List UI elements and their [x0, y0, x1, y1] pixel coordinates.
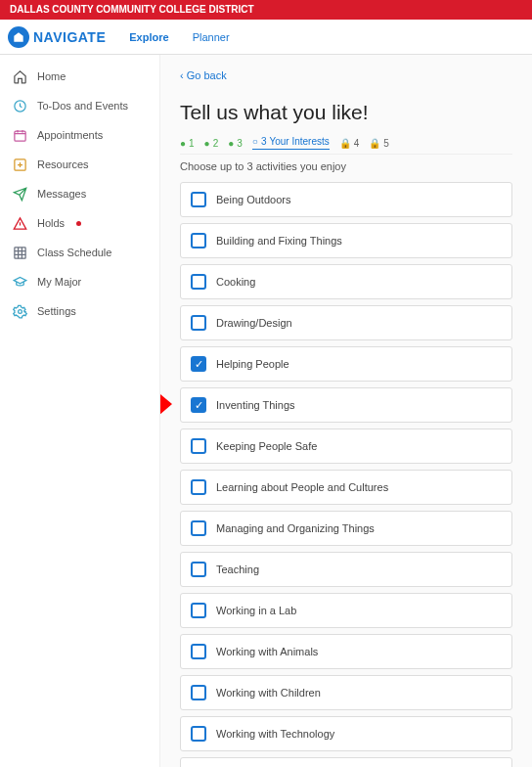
checkbox-checked[interactable]	[191, 397, 206, 413]
sidebar-item-resources[interactable]: Resources	[0, 151, 159, 178]
step-5: 🔒5	[369, 138, 389, 149]
sidebar: Home To-Dos and Events Appointments Reso…	[0, 55, 160, 767]
lock-icon: 🔒	[369, 138, 380, 149]
checkbox[interactable]	[191, 562, 206, 577]
annotation-arrow-left	[160, 378, 172, 433]
checkbox[interactable]	[191, 438, 206, 454]
check-icon: ●	[180, 138, 186, 149]
option-label: Teaching	[216, 564, 259, 575]
check-icon: ●	[228, 138, 234, 149]
svg-point-4	[18, 309, 22, 313]
page-title: Tell us what you like!	[180, 101, 512, 124]
tab-explore[interactable]: Explore	[129, 31, 168, 43]
svg-marker-5	[160, 378, 172, 430]
circle-icon: ○	[252, 136, 258, 147]
lock-icon: 🔒	[339, 138, 351, 149]
checkbox[interactable]	[191, 520, 206, 536]
sidebar-item-home[interactable]: Home	[0, 63, 159, 90]
app-tabs: Explore Planner	[129, 31, 229, 43]
options-list: Being Outdoors Building and Fixing Thing…	[180, 182, 512, 767]
checkbox[interactable]	[191, 192, 206, 207]
sidebar-label: Settings	[37, 305, 76, 317]
checkbox[interactable]	[191, 603, 206, 618]
home-icon	[12, 68, 27, 84]
option-label: Being Outdoors	[216, 194, 290, 205]
sidebar-item-my-major[interactable]: My Major	[0, 268, 159, 295]
option-learning-cultures[interactable]: Learning about People and Cultures	[180, 470, 512, 505]
option-working-children[interactable]: Working with Children	[180, 675, 512, 710]
sidebar-item-messages[interactable]: Messages	[0, 180, 159, 207]
svg-rect-1	[14, 131, 24, 141]
sidebar-item-todos[interactable]: To-Dos and Events	[0, 92, 159, 119]
checkbox-checked[interactable]	[191, 356, 206, 372]
option-teaching[interactable]: Teaching	[180, 552, 512, 587]
sidebar-label: Class Schedule	[37, 247, 111, 258]
option-cooking[interactable]: Cooking	[180, 264, 512, 299]
checkbox[interactable]	[191, 726, 206, 742]
checkbox[interactable]	[191, 685, 206, 700]
app-name: NAVIGATE	[33, 29, 106, 45]
step-1: ●1	[180, 138, 195, 149]
alert-icon	[12, 215, 27, 231]
checkbox[interactable]	[191, 315, 206, 331]
svg-rect-3	[14, 247, 24, 257]
org-name: DALLAS COUNTY COMMUNITY COLLEGE DISTRICT	[10, 4, 254, 15]
grid-icon	[12, 245, 27, 260]
checkbox[interactable]	[191, 479, 206, 495]
org-bar: DALLAS COUNTY COMMUNITY COLLEGE DISTRICT	[0, 0, 532, 20]
sidebar-item-appointments[interactable]: Appointments	[0, 121, 159, 149]
option-writing-researching[interactable]: Writing and Researching	[180, 757, 512, 767]
app-bar: NAVIGATE Explore Planner	[0, 20, 532, 55]
option-label: Working with Animals	[216, 646, 318, 657]
sidebar-item-settings[interactable]: Settings	[0, 297, 159, 325]
option-being-outdoors[interactable]: Being Outdoors	[180, 182, 512, 217]
grad-cap-icon	[12, 274, 27, 290]
app-logo-icon	[8, 26, 29, 48]
step-2: ●2	[204, 138, 219, 149]
option-label: Drawing/Design	[216, 317, 292, 329]
sidebar-label: Home	[37, 70, 66, 82]
sidebar-item-class-schedule[interactable]: Class Schedule	[0, 239, 159, 266]
subtitle: Choose up to 3 activities you enjoy	[180, 160, 512, 172]
option-working-technology[interactable]: Working with Technology	[180, 716, 512, 751]
option-keeping-people-safe[interactable]: Keeping People Safe	[180, 429, 512, 464]
option-inventing-things[interactable]: Inventing Things	[180, 387, 512, 423]
plus-square-icon	[12, 157, 27, 172]
option-label: Building and Fixing Things	[216, 235, 342, 247]
holds-badge	[76, 221, 81, 226]
option-building-fixing[interactable]: Building and Fixing Things	[180, 223, 512, 258]
option-drawing-design[interactable]: Drawing/Design	[180, 305, 512, 340]
option-working-animals[interactable]: Working with Animals	[180, 634, 512, 669]
clock-icon	[12, 98, 27, 113]
option-working-lab[interactable]: Working in a Lab	[180, 593, 512, 628]
option-label: Helping People	[216, 358, 289, 370]
sidebar-label: Holds	[37, 217, 65, 229]
option-label: Working with Technology	[216, 728, 334, 740]
sidebar-label: To-Dos and Events	[37, 100, 128, 112]
sidebar-label: Messages	[37, 188, 86, 200]
main-content: ‹ Go back Tell us what you like! ●1 ●2 ●…	[160, 55, 532, 767]
check-icon: ●	[204, 138, 210, 149]
option-managing-organizing[interactable]: Managing and Organizing Things	[180, 511, 512, 546]
sidebar-label: My Major	[37, 276, 81, 288]
checkbox[interactable]	[191, 274, 206, 290]
send-icon	[12, 186, 27, 202]
step-3-current: ○3 Your Interests	[252, 136, 330, 150]
option-label: Learning about People and Cultures	[216, 481, 388, 493]
go-back-link[interactable]: ‹ Go back	[180, 69, 227, 81]
option-label: Managing and Organizing Things	[216, 522, 375, 534]
option-label: Working with Children	[216, 687, 321, 699]
stepper: ●1 ●2 ●3 ○3 Your Interests 🔒4 🔒5	[180, 136, 512, 155]
sidebar-label: Resources	[37, 158, 89, 170]
sidebar-label: Appointments	[37, 129, 103, 141]
step-3a: ●3	[228, 138, 243, 149]
checkbox[interactable]	[191, 233, 206, 248]
option-helping-people[interactable]: Helping People	[180, 346, 512, 382]
checkbox[interactable]	[191, 644, 206, 659]
sidebar-item-holds[interactable]: Holds	[0, 209, 159, 237]
option-label: Inventing Things	[216, 399, 295, 411]
gear-icon	[12, 303, 27, 319]
option-label: Cooking	[216, 276, 255, 288]
tab-planner[interactable]: Planner	[193, 31, 230, 43]
option-label: Working in a Lab	[216, 605, 296, 616]
